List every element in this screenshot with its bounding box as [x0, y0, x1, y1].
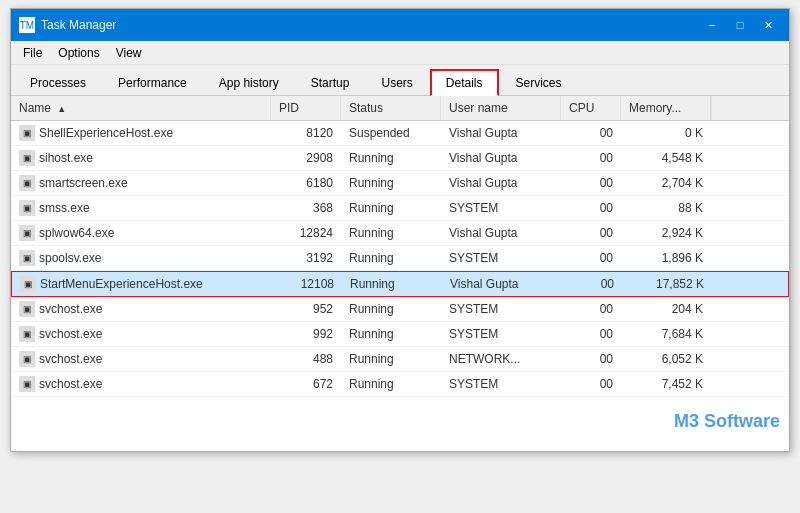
cell-memory: 4,548 K	[621, 146, 711, 170]
cell-cpu: 00	[561, 196, 621, 220]
cell-memory: 17,852 K	[622, 272, 712, 296]
content-area: Name ▲ PID Status User name CPU Memory..…	[11, 96, 789, 451]
table-header: Name ▲ PID Status User name CPU Memory..…	[11, 96, 789, 121]
tab-bar: Processes Performance App history Startu…	[11, 65, 789, 96]
cell-name: ▣spoolsv.exe	[11, 246, 271, 270]
table-row[interactable]: ▣ShellExperienceHost.exe 8120 Suspended …	[11, 121, 789, 146]
tab-app-history[interactable]: App history	[204, 70, 294, 95]
table-row[interactable]: ▣svchost.exe 488 Running NETWORK... 00 6…	[11, 347, 789, 372]
cell-pid: 3192	[271, 246, 341, 270]
cell-cpu: 00	[561, 297, 621, 321]
process-icon: ▣	[19, 175, 35, 191]
cell-memory: 6,052 K	[621, 347, 711, 371]
menu-view[interactable]: View	[108, 44, 150, 62]
table-row[interactable]: ▣svchost.exe 952 Running SYSTEM 00 204 K	[11, 297, 789, 322]
menu-bar: File Options View	[11, 41, 789, 65]
table-row[interactable]: ▣svchost.exe 992 Running SYSTEM 00 7,684…	[11, 322, 789, 347]
cell-cpu: 00	[561, 121, 621, 145]
process-icon: ▣	[19, 301, 35, 317]
cell-pid: 2908	[271, 146, 341, 170]
cell-pid: 368	[271, 196, 341, 220]
cell-status: Running	[341, 297, 441, 321]
scrollbar-header-stub	[711, 96, 727, 120]
table-row[interactable]: ▣StartMenuExperienceHost.exe 12108 Runni…	[11, 271, 789, 297]
cell-memory: 7,452 K	[621, 372, 711, 396]
cell-memory: 2,704 K	[621, 171, 711, 195]
cell-cpu: 00	[561, 246, 621, 270]
cell-user: Vishal Gupta	[441, 221, 561, 245]
cell-status: Suspended	[341, 121, 441, 145]
watermark: M3 Software	[674, 411, 780, 432]
process-icon: ▣	[19, 225, 35, 241]
tab-users[interactable]: Users	[366, 70, 427, 95]
cell-user: SYSTEM	[441, 196, 561, 220]
cell-name: ▣sihost.exe	[11, 146, 271, 170]
cell-pid: 12108	[272, 272, 342, 296]
menu-file[interactable]: File	[15, 44, 50, 62]
minimize-button[interactable]: −	[699, 15, 725, 35]
cell-status: Running	[341, 322, 441, 346]
maximize-button[interactable]: □	[727, 15, 753, 35]
cell-name: ▣svchost.exe	[11, 347, 271, 371]
cell-memory: 2,924 K	[621, 221, 711, 245]
table-body[interactable]: ▣ShellExperienceHost.exe 8120 Suspended …	[11, 121, 789, 451]
process-icon: ▣	[20, 276, 36, 292]
cell-memory: 88 K	[621, 196, 711, 220]
tab-services[interactable]: Services	[501, 70, 577, 95]
col-name[interactable]: Name ▲	[11, 96, 271, 120]
cell-status: Running	[341, 221, 441, 245]
cell-cpu: 00	[561, 347, 621, 371]
process-icon: ▣	[19, 200, 35, 216]
menu-options[interactable]: Options	[50, 44, 107, 62]
tab-details[interactable]: Details	[430, 69, 499, 96]
cell-name: ▣splwow64.exe	[11, 221, 271, 245]
cell-cpu: 00	[561, 171, 621, 195]
col-cpu[interactable]: CPU	[561, 96, 621, 120]
cell-user: Vishal Gupta	[441, 121, 561, 145]
cell-user: Vishal Gupta	[441, 171, 561, 195]
tab-processes[interactable]: Processes	[15, 70, 101, 95]
cell-cpu: 00	[561, 322, 621, 346]
close-button[interactable]: ✕	[755, 15, 781, 35]
cell-user: SYSTEM	[441, 372, 561, 396]
cell-status: Running	[341, 246, 441, 270]
tab-performance[interactable]: Performance	[103, 70, 202, 95]
cell-user: Vishal Gupta	[442, 272, 562, 296]
tab-startup[interactable]: Startup	[296, 70, 365, 95]
cell-cpu: 00	[561, 146, 621, 170]
cell-pid: 488	[271, 347, 341, 371]
cell-pid: 12824	[271, 221, 341, 245]
cell-pid: 672	[271, 372, 341, 396]
cell-pid: 6180	[271, 171, 341, 195]
table-row[interactable]: ▣smss.exe 368 Running SYSTEM 00 88 K	[11, 196, 789, 221]
title-bar: TM Task Manager − □ ✕	[11, 9, 789, 41]
process-icon: ▣	[19, 150, 35, 166]
table-row[interactable]: ▣svchost.exe 672 Running SYSTEM 00 7,452…	[11, 372, 789, 397]
process-icon: ▣	[19, 376, 35, 392]
cell-name: ▣smartscreen.exe	[11, 171, 271, 195]
cell-cpu: 00	[561, 221, 621, 245]
table-row[interactable]: ▣smartscreen.exe 6180 Running Vishal Gup…	[11, 171, 789, 196]
col-pid[interactable]: PID	[271, 96, 341, 120]
table-row[interactable]: ▣splwow64.exe 12824 Running Vishal Gupta…	[11, 221, 789, 246]
cell-name: ▣ShellExperienceHost.exe	[11, 121, 271, 145]
window-title: Task Manager	[41, 18, 699, 32]
sort-arrow-name: ▲	[57, 104, 66, 114]
cell-pid: 992	[271, 322, 341, 346]
cell-pid: 952	[271, 297, 341, 321]
cell-status: Running	[342, 272, 442, 296]
col-memory[interactable]: Memory...	[621, 96, 711, 120]
cell-cpu: 00	[562, 272, 622, 296]
cell-status: Running	[341, 171, 441, 195]
cell-user: Vishal Gupta	[441, 146, 561, 170]
table-row[interactable]: ▣spoolsv.exe 3192 Running SYSTEM 00 1,89…	[11, 246, 789, 271]
cell-user: SYSTEM	[441, 297, 561, 321]
col-username[interactable]: User name	[441, 96, 561, 120]
cell-status: Running	[341, 372, 441, 396]
cell-user: NETWORK...	[441, 347, 561, 371]
col-status[interactable]: Status	[341, 96, 441, 120]
table-row[interactable]: ▣sihost.exe 2908 Running Vishal Gupta 00…	[11, 146, 789, 171]
cell-user: SYSTEM	[441, 246, 561, 270]
cell-name: ▣StartMenuExperienceHost.exe	[12, 272, 272, 296]
cell-pid: 8120	[271, 121, 341, 145]
